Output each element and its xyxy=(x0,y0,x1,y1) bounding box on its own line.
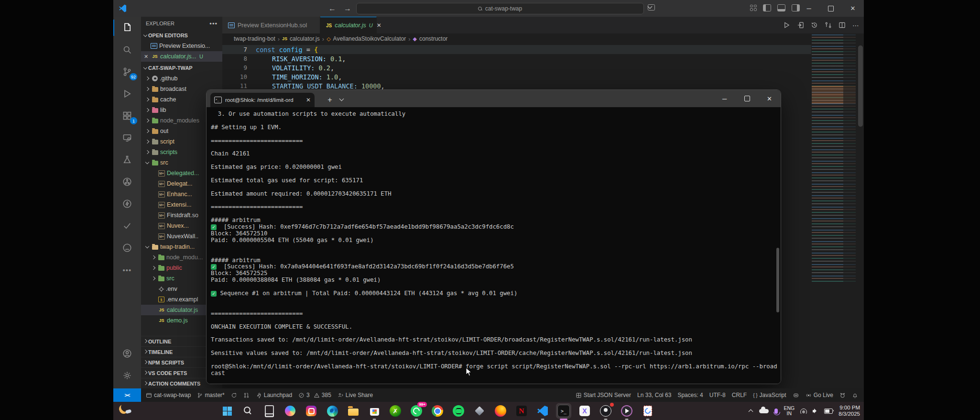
activity-run-debug[interactable] xyxy=(113,83,141,105)
taskbar-store[interactable] xyxy=(367,404,381,418)
explorer-more-icon[interactable]: ••• xyxy=(209,20,218,27)
project-section[interactable]: CAT-SWAP-TWAP xyxy=(141,63,222,73)
hidden-icons-chevron[interactable] xyxy=(749,409,753,413)
close-icon[interactable]: ✕ xyxy=(306,97,311,103)
taskbar-chrome[interactable] xyxy=(430,404,445,418)
activity-extensions[interactable]: 1 xyxy=(113,105,141,127)
status-indentation[interactable]: Spaces: 4 xyxy=(677,392,703,398)
taskbar-designer[interactable] xyxy=(577,404,592,418)
taskbar-snip[interactable] xyxy=(641,404,655,418)
language-indicator[interactable]: ENGIN xyxy=(784,406,795,416)
activity-settings-gear[interactable] xyxy=(113,365,141,387)
minimap[interactable] xyxy=(812,34,856,283)
taskbar-diamond-app[interactable] xyxy=(472,404,487,418)
taskbar-start[interactable] xyxy=(220,404,234,418)
clock[interactable]: 9:00 PM8/3/2025 xyxy=(838,405,860,417)
open-editor-calculator[interactable]: ✕ calculator.js... U xyxy=(141,51,222,62)
timeline-history-icon[interactable] xyxy=(811,22,818,29)
open-editors-section[interactable]: OPEN EDITORS xyxy=(141,30,222,41)
activity-search[interactable] xyxy=(113,39,141,61)
run-file-icon[interactable] xyxy=(783,22,790,29)
close-icon[interactable]: ✕ xyxy=(144,54,150,60)
more-actions-icon[interactable]: ⋯ xyxy=(852,22,859,29)
forward-button[interactable]: → xyxy=(344,4,351,13)
close-icon[interactable]: ✕ xyxy=(377,22,381,29)
compare-changes-icon[interactable] xyxy=(825,22,832,29)
activity-todo-check[interactable] xyxy=(113,215,141,237)
taskbar-netflix[interactable] xyxy=(514,404,529,418)
activity-git-graph[interactable] xyxy=(113,171,141,193)
microphone-icon[interactable] xyxy=(774,409,778,414)
toggle-panel-icon[interactable] xyxy=(777,4,785,11)
taskbar-search[interactable] xyxy=(241,404,255,418)
taskbar-vscode[interactable] xyxy=(535,404,550,418)
command-center-search[interactable]: cat-swap-twap xyxy=(356,3,644,14)
activity-accounts[interactable] xyxy=(113,343,141,365)
terminal-scrollbar[interactable] xyxy=(776,248,779,312)
status-sync-icon[interactable] xyxy=(231,392,237,398)
taskbar-spotify[interactable] xyxy=(451,404,466,418)
weather-widget[interactable] xyxy=(119,404,129,414)
taskbar-whatsapp[interactable]: 99+ xyxy=(409,404,424,418)
status-launchpad[interactable]: Launchpad xyxy=(256,392,292,398)
split-editor-icon[interactable] xyxy=(838,22,846,29)
new-tab-button[interactable]: + xyxy=(323,94,337,106)
taskbar-obs[interactable] xyxy=(599,404,613,418)
taskbar-taskview[interactable] xyxy=(262,404,276,418)
taskbar-instagram[interactable] xyxy=(304,404,318,418)
tree-item-github[interactable]: .github xyxy=(141,73,222,84)
back-button[interactable]: ← xyxy=(328,4,336,13)
taskbar-player[interactable] xyxy=(620,404,634,418)
status-go-live[interactable]: Go Live xyxy=(806,392,833,398)
terminal-close-button[interactable]: ✕ xyxy=(758,90,781,107)
terminal-tab[interactable]: root@Shlok: /mnt/d/limit-ord ✕ xyxy=(210,93,315,107)
taskbar-file-explorer[interactable] xyxy=(346,404,360,418)
tab-preview-extensionhub[interactable]: Preview ExtensionHub.sol xyxy=(222,17,320,33)
status-copilot-icon[interactable] xyxy=(793,392,799,398)
status-json-server[interactable]: Start JSON Server xyxy=(576,392,631,398)
status-branch[interactable]: master* xyxy=(197,392,224,398)
activity-github[interactable] xyxy=(113,237,141,259)
battery-icon[interactable] xyxy=(824,409,833,414)
status-live-share[interactable]: Live Share xyxy=(338,392,373,398)
taskbar-copilot[interactable] xyxy=(283,404,297,418)
status-eol[interactable]: CRLF xyxy=(732,392,747,398)
volume-icon[interactable] xyxy=(813,409,818,413)
taskbar-terminal[interactable] xyxy=(556,404,571,418)
activity-remote-explorer[interactable] xyxy=(113,127,141,149)
terminal-minimize-button[interactable]: ─ xyxy=(713,90,736,107)
close-button[interactable]: ✕ xyxy=(842,0,864,17)
activity-source-control[interactable]: 92 xyxy=(113,61,141,83)
status-language[interactable]: { }JavaScript xyxy=(753,392,786,398)
taskbar-edge[interactable] xyxy=(325,404,339,418)
wifi-icon[interactable] xyxy=(800,409,807,414)
activity-explorer[interactable] xyxy=(113,17,141,39)
status-project[interactable]: cat-swap-twap xyxy=(146,392,191,398)
breadcrumb[interactable]: twap-trading-bot› JS calculator.js› ◇ Av… xyxy=(222,33,864,44)
status-cursor-position[interactable]: Ln 33, Col 63 xyxy=(637,392,671,398)
minimize-button[interactable]: ─ xyxy=(798,0,820,17)
remote-indicator[interactable]: >< xyxy=(113,388,141,402)
terminal-maximize-button[interactable] xyxy=(736,90,758,107)
terminal-titlebar[interactable]: root@Shlok: /mnt/d/limit-ord ✕ + ─ ✕ xyxy=(207,90,781,107)
status-encoding[interactable]: UTF-8 xyxy=(709,392,726,398)
tab-dropdown-icon[interactable] xyxy=(339,97,344,101)
status-problems[interactable]: 3 385 xyxy=(298,392,331,398)
terminal-output[interactable]: 3. Or use automation scripts to execute … xyxy=(207,107,781,384)
status-pets-icon[interactable] xyxy=(839,392,846,398)
toggle-sidebar-icon[interactable] xyxy=(763,4,771,11)
activity-more-icon[interactable]: ••• xyxy=(113,259,141,281)
activity-testing[interactable] xyxy=(113,149,141,171)
activity-thunder-client[interactable] xyxy=(113,193,141,215)
chevron-down-icon[interactable] xyxy=(661,5,665,10)
status-pull-request-icon[interactable] xyxy=(243,392,250,398)
onedrive-icon[interactable] xyxy=(759,409,769,413)
restore-button[interactable] xyxy=(820,0,842,17)
open-changes-icon[interactable] xyxy=(797,22,804,29)
taskbar-firefox[interactable] xyxy=(493,404,508,418)
open-editor-preview-extensionhub[interactable]: Preview Extensio... xyxy=(141,41,222,51)
notifications-bell-icon[interactable] xyxy=(852,392,858,398)
tab-calculator-js[interactable]: JS calculator.js U ✕ xyxy=(320,17,377,33)
taskbar-xbox[interactable] xyxy=(388,404,403,418)
customize-layout-icon[interactable] xyxy=(750,5,757,11)
